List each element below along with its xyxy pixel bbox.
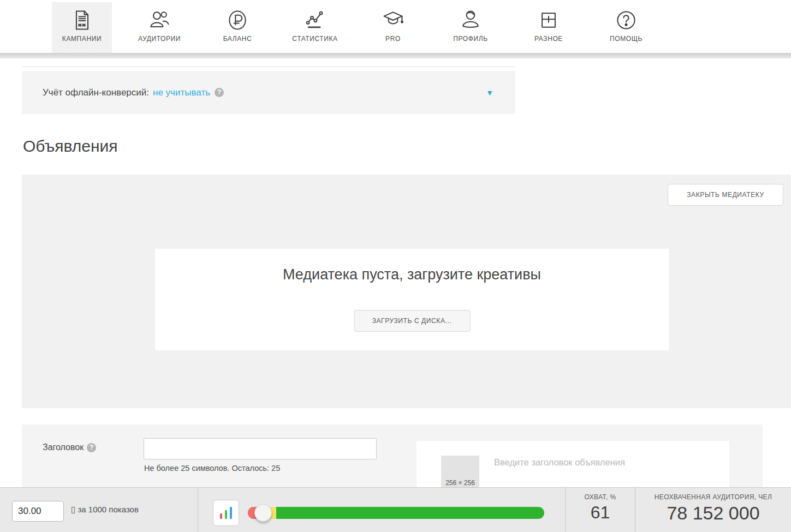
help-icon[interactable]: ? [215,88,224,97]
upload-from-disk-button[interactable]: ЗАГРУЗИТЬ С ДИСКА... [354,310,470,332]
ad-preview-card: 256 × 256 Введите заголовок объявления [417,441,729,488]
close-media-library-button[interactable]: ЗАКРЫТЬ МЕДИАТЕКУ [668,184,783,206]
media-library-empty-box: Медиатека пуста, загрузите креативы ЗАГР… [155,249,669,350]
reach-value: 61 [566,503,635,523]
nav-label: ПОМОЩЬ [610,35,643,43]
nav-label: БАЛАНС [223,35,252,43]
nav-label: АУДИТОРИИ [138,35,181,43]
unreached-audience-label: НЕОХВАЧЕННАЯ АУДИТОРИЯ, ЧЕЛ [635,493,791,501]
window-plus-icon [536,8,561,33]
unreached-audience-value: 78 152 000 [635,503,791,524]
top-nav: КАМПАНИИ АУДИТОРИИ БАЛАНС [0,0,791,53]
document-icon [69,8,94,33]
nav-item-profile[interactable]: ПРОФИЛЬ [441,2,501,53]
offline-conversions-label: Учёт офлайн-конверсий: [43,87,149,98]
ads-section-title: Объявления [23,137,118,156]
coverage-chart-button[interactable] [213,500,239,526]
nav-label: КАМПАНИИ [62,35,102,43]
title-char-limit-hint: Не более 25 символов. Осталось: 25 [144,464,280,473]
nav-label: ПРОФИЛЬ [453,35,487,43]
question-circle-icon [614,8,639,33]
unreached-audience-metric: НЕОХВАЧЕННАЯ АУДИТОРИЯ, ЧЕЛ 78 152 000 [635,488,791,532]
help-icon[interactable]: ? [87,443,96,452]
person-icon [458,8,483,33]
slider-track-green [248,507,544,519]
nav-label: PRO [385,35,401,43]
line-chart-icon [302,8,328,33]
ruble-circle-icon [225,8,250,33]
price-input[interactable] [12,501,64,522]
media-library-panel: ЗАКРЫТЬ МЕДИАТЕКУ Медиатека пуста, загру… [22,175,791,408]
slider-handle[interactable] [254,504,272,522]
preview-title-placeholder: Введите заголовок объявления [494,457,625,468]
people-icon [147,8,172,33]
collapsed-section-remnant [22,58,515,67]
image-placeholder: 256 × 256 [441,456,479,488]
nav-item-help[interactable]: ПОМОЩЬ [596,2,656,53]
title-field-label: Заголовок? [43,443,96,452]
nav-item-pro[interactable]: PRO [363,2,423,53]
bar-chart-icon [220,513,222,519]
nav-item-misc[interactable]: РАЗНОЕ [519,2,579,53]
graduation-cap-icon [380,8,406,33]
nav-item-campaigns[interactable]: КАМПАНИИ [52,2,112,53]
reach-label: ОХВАТ, % [566,493,635,501]
nav-label: РАЗНОЕ [534,35,563,43]
title-field-label-text: Заголовок [43,443,84,452]
price-unit-label: ▯ за 1000 показов [71,505,139,515]
reach-metric: ОХВАТ, % 61 [566,488,635,532]
media-library-empty-message: Медиатека пуста, загрузите креативы [155,266,669,283]
nav-item-audiences[interactable]: АУДИТОРИИ [129,2,189,53]
ad-form-panel: Заголовок? Не более 25 символов. Осталос… [22,425,763,488]
nav-item-statistics[interactable]: СТАТИСТИКА [285,2,345,53]
nav-shadow-strip [0,53,791,58]
offline-conversions-panel: Учёт офлайн-конверсий: не учитывать ? ▼ [22,71,515,114]
bottom-bar: ▯ за 1000 показов ОХВАТ, % 61 НЕОХВАЧЕНН… [0,487,791,532]
nav-label: СТАТИСТИКА [292,35,337,43]
nav-item-balance[interactable]: БАЛАНС [207,2,267,53]
divider [198,488,198,532]
price-coverage-slider[interactable] [248,507,544,519]
chevron-down-icon[interactable]: ▼ [486,88,493,97]
title-input[interactable] [144,438,377,459]
offline-conversions-value-link[interactable]: не учитывать [153,87,210,98]
